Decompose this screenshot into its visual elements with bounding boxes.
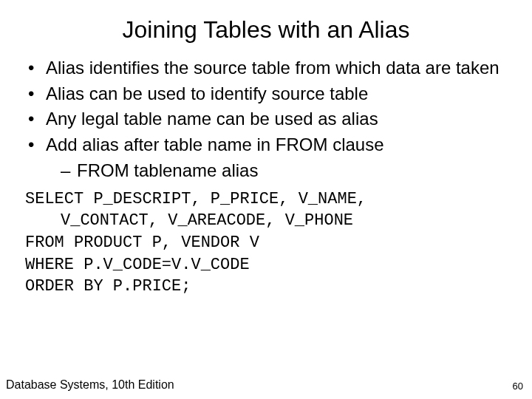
bullet-item: Add alias after table name in FROM claus… (28, 134, 511, 182)
code-line: SELECT P_DESCRIPT, P_PRICE, V_NAME, (25, 188, 511, 211)
page-number: 60 (513, 381, 523, 392)
bullet-text: Alias identifies the source table from w… (46, 57, 511, 80)
code-line: V_CONTACT, V_AREACODE, V_PHONE (25, 210, 511, 232)
slide: Joining Tables with an Alias Alias ident… (0, 0, 532, 399)
sub-bullet-text: FROM tablename alias (77, 160, 258, 180)
bullet-text: Add alias after table name in FROM claus… (46, 134, 511, 157)
bullet-text: Alias can be used to identify source tab… (46, 83, 511, 106)
sub-bullet-item: FROM tablename alias (61, 160, 511, 183)
footer-source: Database Systems, 10th Edition (6, 378, 174, 392)
bullet-item: Alias identifies the source table from w… (28, 57, 511, 80)
code-line: FROM PRODUCT P, VENDOR V (25, 232, 511, 254)
bullet-list: Alias identifies the source table from w… (21, 57, 511, 183)
slide-title: Joining Tables with an Alias (21, 16, 511, 44)
sub-bullet-list: FROM tablename alias (46, 160, 511, 183)
bullet-text: Any legal table name can be used as alia… (46, 108, 511, 131)
bullet-item: Alias can be used to identify source tab… (28, 83, 511, 106)
code-line: ORDER BY P.PRICE; (25, 276, 511, 298)
bullet-item: Any legal table name can be used as alia… (28, 108, 511, 131)
sql-code-block: SELECT P_DESCRIPT, P_PRICE, V_NAME, V_CO… (21, 188, 511, 298)
code-line: WHERE P.V_CODE=V.V_CODE (25, 254, 511, 276)
